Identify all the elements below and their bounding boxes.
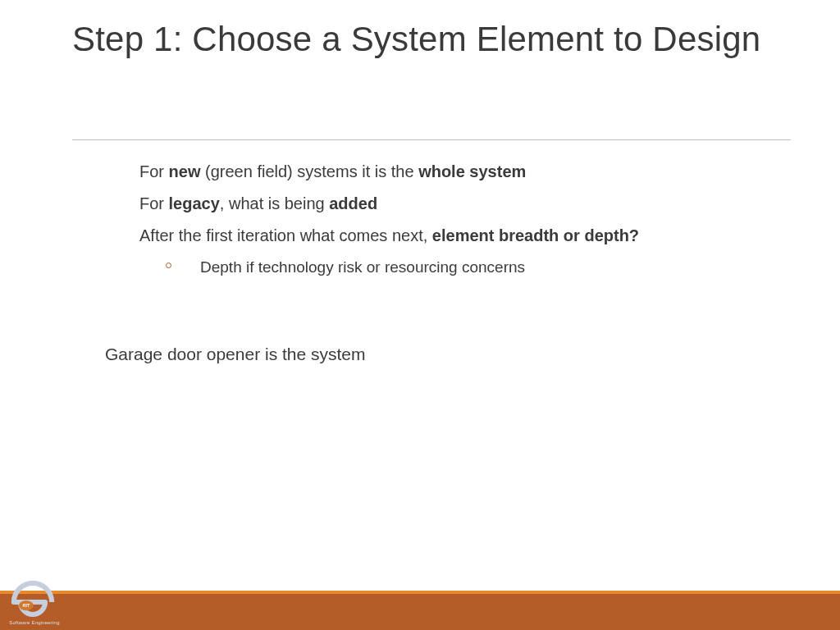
- bold: element breadth or depth?: [432, 226, 639, 244]
- sub-bullet-1: Depth if technology risk or resourcing c…: [139, 257, 758, 278]
- slide-title: Step 1: Choose a System Element to Desig…: [72, 20, 791, 59]
- bold: added: [329, 194, 377, 212]
- footer-accent-dark: [0, 594, 840, 630]
- text: (green field) systems it is the: [200, 162, 418, 180]
- ring-bullet-icon: [166, 262, 171, 268]
- bold: legacy: [169, 194, 220, 212]
- slide: Step 1: Choose a System Element to Desig…: [0, 0, 840, 630]
- bullet-3: After the first iteration what comes nex…: [139, 225, 758, 247]
- divider: [72, 139, 791, 140]
- bold: new: [169, 162, 201, 180]
- logo-caption: Software Engineering: [5, 620, 64, 625]
- closing-line: Garage door opener is the system: [105, 345, 366, 364]
- text: Depth if technology risk or resourcing c…: [200, 258, 525, 276]
- bold: whole system: [418, 162, 526, 180]
- bullet-1: For new (green field) systems it is the …: [139, 161, 758, 183]
- slide-body: For new (green field) systems it is the …: [139, 161, 758, 288]
- text: , what is being: [220, 194, 329, 212]
- bullet-2: For legacy, what is being added: [139, 193, 758, 215]
- text: After the first iteration what comes nex…: [139, 226, 432, 244]
- text: For: [139, 194, 169, 212]
- logo-badge-text: RIT: [22, 603, 30, 608]
- text: For: [139, 162, 169, 180]
